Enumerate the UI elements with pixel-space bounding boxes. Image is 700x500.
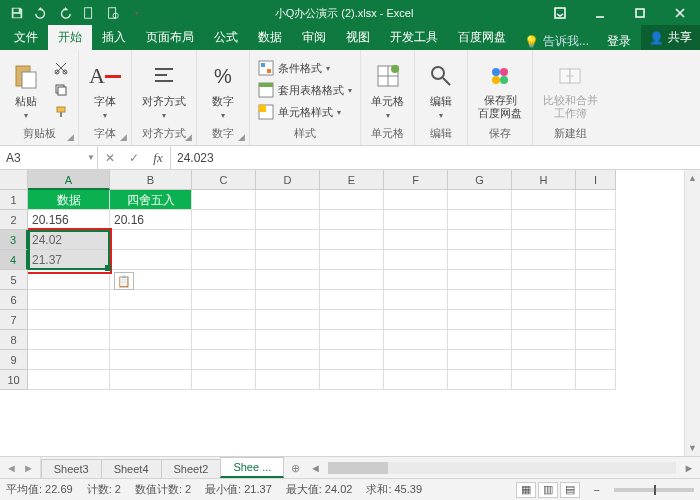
cell-H8[interactable] [512, 330, 576, 350]
cell-E6[interactable] [320, 290, 384, 310]
view-layout-icon[interactable]: ▥ [538, 482, 558, 498]
hscroll-left-icon[interactable]: ◄ [308, 462, 322, 474]
col-header-E[interactable]: E [320, 170, 384, 190]
cell-D3[interactable] [256, 230, 320, 250]
row-header-2[interactable]: 2 [0, 210, 28, 230]
align-button[interactable]: 对齐方式▾ [138, 58, 190, 122]
cell-C9[interactable] [192, 350, 256, 370]
number-launcher-icon[interactable]: ◢ [235, 131, 247, 143]
cell-G4[interactable] [448, 250, 512, 270]
cell-A5[interactable] [28, 270, 110, 290]
cell-I10[interactable] [576, 370, 616, 390]
tab-view[interactable]: 视图 [336, 25, 380, 50]
cell-F4[interactable] [384, 250, 448, 270]
minimize-icon[interactable] [580, 0, 620, 26]
tab-layout[interactable]: 页面布局 [136, 25, 204, 50]
cell-A4[interactable]: 21.37 [28, 250, 110, 270]
new-icon[interactable] [78, 2, 100, 24]
tab-baidu[interactable]: 百度网盘 [448, 25, 516, 50]
cond-format-button[interactable]: 条件格式▾ [256, 59, 354, 77]
cell-C4[interactable] [192, 250, 256, 270]
cell-E1[interactable] [320, 190, 384, 210]
cell-A1[interactable]: 数据 [28, 190, 110, 210]
cancel-formula-icon[interactable]: ✕ [98, 151, 122, 165]
row-header-1[interactable]: 1 [0, 190, 28, 210]
cell-F9[interactable] [384, 350, 448, 370]
cell-B8[interactable] [110, 330, 192, 350]
cell-D1[interactable] [256, 190, 320, 210]
grid[interactable]: ABCDEFGHI 12345678910 📋 数据四舍五入20.15620.1… [0, 170, 700, 456]
cell-H1[interactable] [512, 190, 576, 210]
row-header-7[interactable]: 7 [0, 310, 28, 330]
align-launcher-icon[interactable]: ◢ [182, 131, 194, 143]
cell-G1[interactable] [448, 190, 512, 210]
cell-D10[interactable] [256, 370, 320, 390]
cell-E3[interactable] [320, 230, 384, 250]
baidu-save-button[interactable]: 保存到 百度网盘 [474, 58, 526, 122]
cell-B9[interactable] [110, 350, 192, 370]
ribbon-options-icon[interactable] [540, 0, 580, 26]
cell-A10[interactable] [28, 370, 110, 390]
cell-G9[interactable] [448, 350, 512, 370]
cell-A6[interactable] [28, 290, 110, 310]
col-header-A[interactable]: A [28, 170, 110, 190]
tab-review[interactable]: 审阅 [292, 25, 336, 50]
sheet-tab-sheet3[interactable]: Sheet3 [41, 459, 102, 478]
cell-E8[interactable] [320, 330, 384, 350]
table-format-button[interactable]: 套用表格格式▾ [256, 81, 354, 99]
cell-B2[interactable]: 20.16 [110, 210, 192, 230]
sheet-next-icon[interactable]: ► [23, 462, 34, 474]
cell-A8[interactable] [28, 330, 110, 350]
col-header-I[interactable]: I [576, 170, 616, 190]
cells-button[interactable]: 单元格▾ [367, 58, 408, 122]
cell-D6[interactable] [256, 290, 320, 310]
hscroll-track[interactable] [328, 462, 676, 474]
horizontal-scrollbar[interactable]: ◄ ► [308, 457, 700, 478]
cell-C3[interactable] [192, 230, 256, 250]
cell-F5[interactable] [384, 270, 448, 290]
cell-G2[interactable] [448, 210, 512, 230]
cell-A2[interactable]: 20.156 [28, 210, 110, 230]
row-header-4[interactable]: 4 [0, 250, 28, 270]
tell-me[interactable]: 💡告诉我... [516, 33, 597, 50]
cell-I2[interactable] [576, 210, 616, 230]
cells-area[interactable]: 📋 数据四舍五入20.15620.1624.0221.37 [28, 190, 684, 456]
col-header-F[interactable]: F [384, 170, 448, 190]
row-header-6[interactable]: 6 [0, 290, 28, 310]
tab-home[interactable]: 开始 [48, 25, 92, 50]
view-break-icon[interactable]: ▤ [560, 482, 580, 498]
cell-G7[interactable] [448, 310, 512, 330]
scroll-down-icon[interactable]: ▼ [685, 440, 700, 456]
copy-icon[interactable] [50, 80, 72, 100]
cell-A3[interactable]: 24.02 [28, 230, 110, 250]
share-button[interactable]: 👤共享 [641, 25, 700, 50]
tab-formulas[interactable]: 公式 [204, 25, 248, 50]
cell-I4[interactable] [576, 250, 616, 270]
vertical-scrollbar[interactable]: ▲ ▼ [684, 170, 700, 456]
cell-E9[interactable] [320, 350, 384, 370]
cell-A7[interactable] [28, 310, 110, 330]
cell-G8[interactable] [448, 330, 512, 350]
cell-H10[interactable] [512, 370, 576, 390]
undo-icon[interactable] [30, 2, 52, 24]
cell-H4[interactable] [512, 250, 576, 270]
cell-B4[interactable] [110, 250, 192, 270]
cell-H2[interactable] [512, 210, 576, 230]
scroll-up-icon[interactable]: ▲ [685, 170, 700, 186]
cell-C7[interactable] [192, 310, 256, 330]
cell-F3[interactable] [384, 230, 448, 250]
cell-I9[interactable] [576, 350, 616, 370]
accept-formula-icon[interactable]: ✓ [122, 151, 146, 165]
select-all-corner[interactable] [0, 170, 28, 190]
cell-H5[interactable] [512, 270, 576, 290]
cell-C8[interactable] [192, 330, 256, 350]
paste-button[interactable]: 粘贴▾ [6, 58, 46, 122]
tab-dev[interactable]: 开发工具 [380, 25, 448, 50]
number-button[interactable]: % 数字▾ [203, 58, 243, 122]
cell-D5[interactable] [256, 270, 320, 290]
cell-B6[interactable] [110, 290, 192, 310]
formula-input[interactable]: 24.023 [171, 146, 700, 169]
editing-button[interactable]: 编辑▾ [421, 58, 461, 122]
cell-H7[interactable] [512, 310, 576, 330]
cell-H3[interactable] [512, 230, 576, 250]
